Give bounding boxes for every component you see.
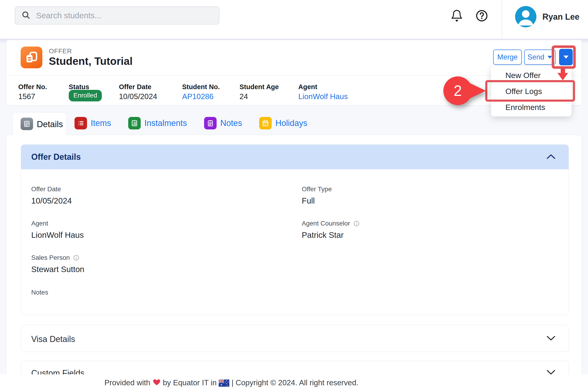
student-no-link[interactable]: AP10286 <box>182 92 214 101</box>
topbar-divider <box>502 0 502 39</box>
tab-details-label: Details <box>37 120 63 129</box>
sales-person-value: Stewart Sutton <box>31 265 84 274</box>
step-number: 2 <box>454 82 462 99</box>
tab-notes-label: Notes <box>220 118 242 128</box>
info-icon[interactable] <box>353 220 360 227</box>
offer-date-label: Offer Date <box>31 186 61 193</box>
heart-icon <box>153 378 163 387</box>
footer: Provided with by Equator IT in <box>0 374 588 392</box>
offer-entity-icon <box>20 46 42 68</box>
footer-copyright: | Copyright © 2024. All right reserved. <box>231 378 358 387</box>
status-badge: Enrolled <box>69 90 102 102</box>
tab-items[interactable]: Items <box>74 117 111 130</box>
help-icon[interactable] <box>475 9 489 23</box>
tab-holidays-label: Holidays <box>275 118 307 128</box>
tab-instalments-label: Instalments <box>144 118 187 128</box>
tab-strip: Items Instalments Notes <box>74 117 307 130</box>
agent-counselor-value: Patrick Star <box>302 230 344 240</box>
tab-holidays[interactable]: Holidays <box>259 117 307 130</box>
agent-link[interactable]: LionWolf Haus <box>298 92 348 101</box>
topbar: Ryan Lee <box>0 0 588 39</box>
info-label: Offer No. <box>18 83 47 91</box>
offer-type-value: Full <box>302 196 315 206</box>
footer-provided-prefix: Provided with <box>104 378 150 387</box>
info-label: Student Age <box>240 83 279 91</box>
tab-items-label: Items <box>91 118 111 128</box>
offer-details-title: Offer Details <box>31 152 81 162</box>
items-tab-icon <box>74 117 87 130</box>
offer-date-value: 10/05/2024 <box>31 196 72 206</box>
annotation-arrow-head-icon <box>558 73 568 80</box>
send-button[interactable]: Send <box>524 50 556 65</box>
info-icon[interactable] <box>73 255 79 261</box>
info-label: Student No. <box>182 83 220 91</box>
notifications-bell-icon[interactable] <box>450 8 464 24</box>
tab-instalments[interactable]: Instalments <box>128 117 187 130</box>
visa-details-title: Visa Details <box>31 334 75 344</box>
agent-value-link[interactable]: LionWolf Haus <box>31 230 84 240</box>
agent-label: Agent <box>31 220 48 227</box>
user-name[interactable]: Ryan Lee <box>542 12 580 22</box>
send-button-label: Send <box>528 53 544 61</box>
offer-details-panel-header[interactable]: Offer Details <box>21 145 569 169</box>
info-value: 1567 <box>18 92 35 101</box>
page-title: Student, Tutorial <box>49 55 133 68</box>
notes-label: Notes <box>31 289 48 296</box>
info-value: 24 <box>240 92 248 101</box>
balloon-pointer-icon <box>469 83 486 99</box>
user-avatar[interactable] <box>515 6 536 27</box>
details-tab-icon <box>20 118 33 130</box>
annotation-step-balloon: 2 <box>443 76 487 105</box>
footer-text: Provided with by Equator IT in <box>0 378 463 387</box>
notes-tab-icon <box>204 117 217 130</box>
search-icon <box>21 10 30 20</box>
status-badge-label: Enrolled <box>69 90 102 102</box>
info-value: 10/05/2024 <box>119 92 157 101</box>
info-label: Agent <box>298 83 317 91</box>
holidays-tab-icon <box>259 117 272 130</box>
menu-item-enrolments[interactable]: Enrolments <box>491 99 572 115</box>
offer-details-panel: Offer Details Offer Date 10/05/2024 Offe… <box>21 144 569 315</box>
entity-kicker: OFFER <box>49 48 72 55</box>
agent-counselor-label: Agent Counselor <box>302 220 360 227</box>
merge-button[interactable]: Merge <box>493 50 522 65</box>
australia-flag-icon <box>219 378 231 387</box>
merge-button-label: Merge <box>497 53 518 61</box>
chevron-up-icon[interactable] <box>546 154 556 160</box>
visa-details-panel[interactable]: Visa Details <box>21 325 569 352</box>
chevron-down-icon[interactable] <box>546 335 556 342</box>
annotation-highlight-dropdown-button <box>552 46 576 69</box>
sales-person-label: Sales Person <box>31 254 79 262</box>
instalments-tab-icon <box>128 117 141 130</box>
tab-details[interactable]: Details <box>12 112 67 135</box>
tab-notes[interactable]: Notes <box>204 117 242 130</box>
info-label: Offer Date <box>119 83 151 91</box>
annotation-highlight-offer-logs <box>485 80 575 102</box>
step-number-circle: 2 <box>443 76 472 105</box>
student-search-box[interactable] <box>15 6 219 24</box>
search-input[interactable] <box>36 11 213 20</box>
annotation-arrow-shaft <box>561 68 565 74</box>
offer-type-label: Offer Type <box>302 186 332 193</box>
footer-provided-middle: by Equator IT in <box>163 378 217 387</box>
